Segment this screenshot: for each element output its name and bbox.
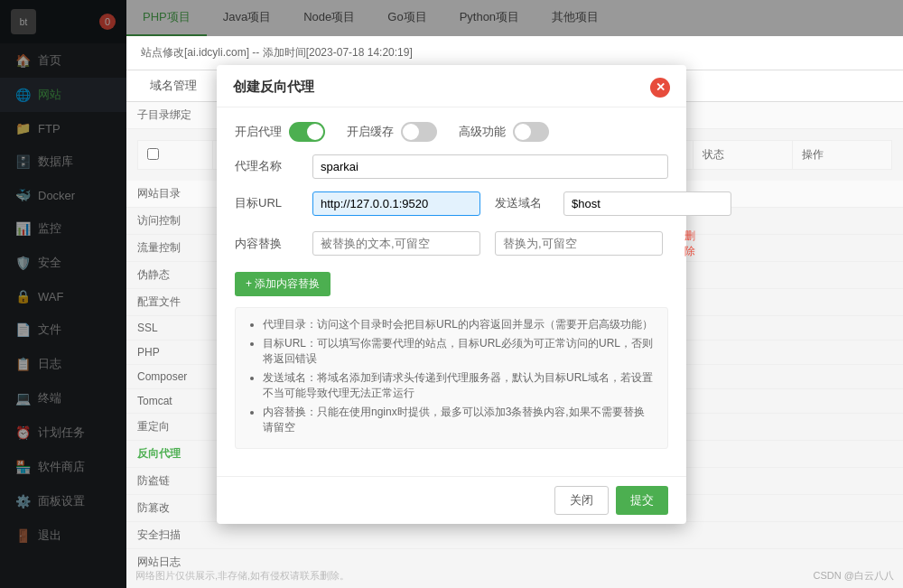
proxy-name-row: 代理名称 bbox=[235, 154, 668, 179]
note-item: 发送域名：将域名添加到请求头传递到代理服务器，默认为目标URL域名，若设置不当可… bbox=[263, 370, 655, 401]
replace-to-input[interactable] bbox=[495, 231, 663, 256]
target-url-row: 目标URL 发送域名 bbox=[235, 191, 668, 216]
cancel-button[interactable]: 关闭 bbox=[554, 486, 609, 515]
submit-button[interactable]: 提交 bbox=[616, 486, 668, 515]
toggle-knob bbox=[515, 124, 531, 140]
toggle-proxy-label: 开启代理 bbox=[235, 124, 282, 140]
delete-replace-link[interactable]: 删除 bbox=[684, 229, 695, 259]
send-domain-label: 发送域名 bbox=[495, 195, 549, 211]
bottom-note: 网络图片仅供展示,非存储,如有侵权请联系删除。 bbox=[135, 569, 349, 583]
toggle-cache-switch[interactable] bbox=[401, 122, 437, 142]
modal-body: 开启代理 开启缓存 高级功能 bbox=[217, 107, 686, 476]
content-replace-label: 内容替换 bbox=[235, 236, 298, 252]
toggle-advanced-label: 高级功能 bbox=[459, 124, 506, 140]
proxy-col-action: 操作 bbox=[792, 141, 891, 170]
notes-section: 代理目录：访问这个目录时会把目标URL的内容返回并显示（需要开启高级功能） 目标… bbox=[235, 307, 668, 449]
toggle-advanced-switch[interactable] bbox=[513, 122, 549, 142]
add-content-replace-button[interactable]: + 添加内容替换 bbox=[235, 272, 330, 296]
proxy-col-checkbox bbox=[138, 141, 213, 170]
create-proxy-modal: 创建反向代理 ✕ 开启代理 开启缓存 bbox=[217, 65, 686, 524]
toggle-cache-item: 开启缓存 bbox=[347, 122, 437, 142]
modal-title: 创建反向代理 ✕ bbox=[217, 65, 686, 107]
note-item: 目标URL：可以填写你需要代理的站点，目标URL必须为可正常访问的URL，否则将… bbox=[263, 336, 655, 367]
section-label-scan: 安全扫描 bbox=[126, 522, 903, 549]
add-replace-row: + 添加内容替换 bbox=[235, 272, 668, 296]
proxy-col-status: 状态 bbox=[693, 141, 792, 170]
proxy-name-input[interactable] bbox=[312, 154, 668, 179]
modal-close-button[interactable]: ✕ bbox=[650, 78, 670, 98]
toggle-cache-label: 开启缓存 bbox=[347, 124, 394, 140]
replace-from-input[interactable] bbox=[312, 231, 480, 256]
toggle-row: 开启代理 开启缓存 高级功能 bbox=[235, 122, 668, 142]
note-item: 内容替换：只能在使用nginx时提供，最多可以添加3条替换内容,如果不需要替换请… bbox=[263, 405, 655, 435]
tab-domain[interactable]: 域名管理 bbox=[137, 70, 209, 101]
toggle-knob bbox=[403, 124, 419, 140]
proxy-name-label: 代理名称 bbox=[235, 158, 298, 174]
toggle-group: 开启代理 开启缓存 高级功能 bbox=[235, 122, 549, 142]
toggle-advanced-item: 高级功能 bbox=[459, 122, 549, 142]
target-url-input[interactable] bbox=[312, 191, 480, 216]
toggle-proxy-item: 开启代理 bbox=[235, 122, 325, 142]
content-replace-row: 内容替换 删除 bbox=[235, 229, 668, 259]
note-item: 代理目录：访问这个目录时会把目标URL的内容返回并显示（需要开启高级功能） bbox=[263, 317, 655, 332]
toggle-knob bbox=[307, 124, 323, 140]
send-domain-input[interactable] bbox=[563, 191, 731, 216]
toggle-proxy-switch[interactable] bbox=[289, 122, 325, 142]
target-url-label: 目标URL bbox=[235, 195, 298, 211]
watermark: CSDN @白云八八 bbox=[814, 569, 894, 583]
modal-footer: 关闭 提交 bbox=[217, 476, 686, 524]
proxy-select-all[interactable] bbox=[147, 148, 159, 160]
